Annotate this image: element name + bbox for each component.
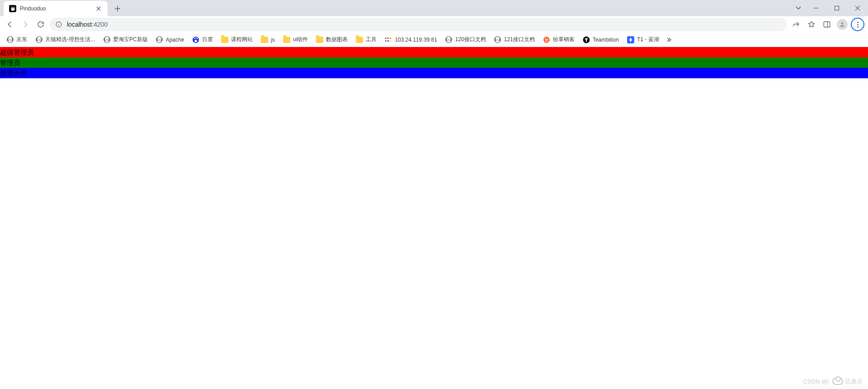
role-band-admin: 管理员 — [0, 57, 868, 68]
folder-icon — [316, 36, 323, 43]
bookmark-item[interactable]: 纷享销客 — [539, 34, 578, 45]
bookmarks-bar: 京东 天猫精选-理想生活... 爱淘宝PC新版 Apache 百度 课程网站 j… — [0, 33, 868, 47]
bookmark-label: 数据图表 — [326, 36, 348, 43]
browser-toolbar: localhost:4200 — [0, 16, 868, 33]
folder-icon — [261, 36, 268, 43]
chrome-menu-icon[interactable] — [851, 18, 864, 31]
favicon-icon — [543, 36, 550, 43]
minimize-button[interactable] — [806, 0, 826, 16]
bookmark-folder[interactable]: 数据图表 — [312, 34, 351, 45]
share-icon[interactable] — [789, 18, 803, 31]
svg-rect-9 — [385, 38, 387, 39]
baidu-icon — [192, 36, 199, 43]
profile-avatar-icon[interactable] — [835, 18, 849, 31]
browser-tab[interactable]: Pinduoduo — [4, 1, 108, 16]
bookmark-item[interactable]: Teambition — [579, 34, 623, 45]
svg-rect-10 — [387, 38, 389, 39]
side-panel-icon[interactable] — [820, 18, 834, 31]
watermark-right: 亿速云 — [845, 377, 863, 385]
site-info-icon[interactable] — [55, 21, 62, 28]
svg-rect-12 — [385, 40, 387, 42]
svg-point-3 — [841, 22, 844, 24]
tab-title: Pinduoduo — [20, 5, 91, 12]
address-bar[interactable]: localhost:4200 — [50, 18, 787, 31]
url-port: :4200 — [92, 21, 108, 28]
svg-point-15 — [543, 37, 550, 43]
browser-titlebar: Pinduoduo — [0, 0, 868, 16]
folder-icon — [221, 36, 228, 43]
url-host: localhost — [67, 21, 92, 28]
bookmark-label: js — [271, 37, 275, 43]
svg-rect-14 — [390, 40, 391, 42]
bookmark-label: 纷享销客 — [553, 36, 575, 43]
tab-search-icon[interactable] — [791, 2, 806, 14]
svg-rect-8 — [385, 36, 392, 43]
bookmark-label: Teambition — [593, 37, 619, 43]
toolbar-actions — [789, 18, 864, 31]
svg-point-16 — [545, 38, 547, 40]
teambition-icon — [583, 36, 590, 43]
bookmark-item[interactable]: 121接口文档 — [491, 34, 538, 45]
bookmark-item[interactable]: 103.24.119.39:81 — [381, 34, 440, 45]
bookmark-folder[interactable]: 工具 — [352, 34, 380, 45]
svg-point-17 — [547, 38, 548, 40]
svg-rect-2 — [824, 22, 830, 27]
svg-rect-11 — [390, 38, 391, 39]
favicon-icon — [385, 36, 392, 43]
watermark-logo: 亿速云 — [832, 377, 863, 385]
bookmark-star-icon[interactable] — [805, 18, 818, 31]
bookmark-label: Apache — [166, 37, 184, 43]
bookmark-label: ui组件 — [293, 36, 308, 43]
forward-button[interactable] — [19, 18, 32, 31]
bookmark-item[interactable]: 百度 — [189, 34, 217, 45]
svg-rect-13 — [387, 40, 389, 42]
close-window-button[interactable] — [847, 0, 868, 16]
bookmark-folder[interactable]: js — [257, 34, 278, 45]
bookmarks-overflow-icon[interactable] — [664, 37, 676, 43]
angular-icon — [9, 5, 16, 12]
svg-point-6 — [197, 38, 198, 38]
lanhu-icon — [627, 36, 634, 43]
svg-point-5 — [194, 38, 195, 38]
bookmark-label: 爱淘宝PC新版 — [113, 36, 148, 43]
bookmark-item[interactable]: 天猫精选-理想生活... — [32, 34, 99, 45]
cloud-icon — [832, 378, 843, 385]
globe-icon — [494, 36, 501, 43]
window-controls — [791, 0, 868, 16]
watermark: CSDN @l 亿速云 — [803, 377, 863, 385]
globe-icon — [445, 36, 453, 43]
bookmark-label: 百度 — [202, 36, 213, 43]
bookmark-label: 103.24.119.39:81 — [395, 37, 437, 43]
maximize-button[interactable] — [826, 0, 847, 16]
bookmark-label: T1 - 蓝湖 — [637, 36, 659, 43]
role-band-super-admin: 超级管理员 — [0, 47, 868, 57]
bookmark-label: 120接口文档 — [455, 36, 486, 43]
back-button[interactable] — [4, 18, 16, 31]
bookmark-folder[interactable]: 课程网站 — [217, 34, 256, 45]
tab-close-icon[interactable] — [95, 5, 102, 12]
page-content: 超级管理员 管理员 普通会员 — [0, 47, 868, 78]
band-label: 超级管理员 — [0, 48, 34, 56]
tab-strip: Pinduoduo — [0, 0, 124, 16]
bookmark-label: 天猫精选-理想生活... — [45, 36, 95, 43]
bookmark-label: 课程网站 — [231, 36, 253, 43]
bookmark-label: 工具 — [366, 36, 377, 43]
bookmark-item[interactable]: Apache — [152, 34, 188, 45]
bookmark-item[interactable]: 120接口文档 — [442, 34, 490, 45]
bookmark-item[interactable]: T1 - 蓝湖 — [623, 34, 663, 45]
folder-icon — [283, 36, 290, 43]
new-tab-button[interactable] — [111, 2, 124, 15]
reload-button[interactable] — [34, 18, 47, 31]
bookmark-folder[interactable]: ui组件 — [279, 34, 311, 45]
folder-icon — [356, 36, 363, 43]
svg-point-7 — [195, 37, 196, 38]
svg-rect-0 — [835, 6, 839, 10]
bookmark-item[interactable]: 爱淘宝PC新版 — [99, 34, 151, 45]
role-band-member: 普通会员 — [0, 68, 868, 78]
watermark-left: CSDN @l — [803, 378, 829, 385]
bookmark-label: 121接口文档 — [504, 36, 535, 43]
globe-icon — [6, 36, 14, 43]
bookmark-item[interactable]: 京东 — [3, 34, 31, 45]
bookmark-label: 京东 — [16, 36, 27, 43]
globe-icon — [35, 36, 42, 43]
